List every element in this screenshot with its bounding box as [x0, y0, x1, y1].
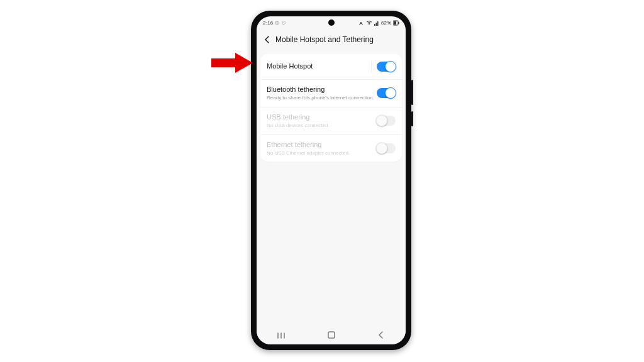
- signal-icon: [374, 20, 379, 26]
- row-mobile-hotspot[interactable]: Mobile Hotspot: [260, 54, 402, 79]
- row-bluetooth-tethering[interactable]: Bluetooth tethering Ready to share this …: [260, 79, 402, 107]
- svg-marker-0: [211, 53, 253, 73]
- camera-notch-icon: [328, 19, 335, 26]
- phone-frame: 2:16 ⦻ ⏲ 62% Mobile Hotspot and Tetherin…: [251, 11, 411, 350]
- toggle-bluetooth-tethering[interactable]: [377, 88, 396, 98]
- back-icon: [377, 331, 386, 339]
- back-button[interactable]: [260, 33, 274, 47]
- recents-icon: [277, 332, 287, 339]
- home-icon: [327, 331, 336, 339]
- nav-recents-button[interactable]: [277, 331, 287, 342]
- status-left-icons: ⦻ ⏲: [275, 20, 287, 26]
- row-label: Bluetooth tethering: [267, 85, 377, 94]
- battery-icon: [393, 20, 399, 26]
- hotspot-icon: [358, 20, 364, 26]
- nav-back-button[interactable]: [377, 331, 386, 342]
- svg-rect-4: [398, 22, 399, 24]
- row-subtext: No USB Ethernet adapter connected.: [267, 150, 377, 156]
- battery-percent: 62%: [381, 20, 391, 26]
- system-nav-bar: [257, 328, 406, 344]
- svg-point-1: [360, 22, 361, 23]
- row-usb-tethering: USB tethering No USB devices connected.: [260, 107, 402, 134]
- nav-home-button[interactable]: [327, 331, 336, 342]
- row-label: Mobile Hotspot: [267, 62, 371, 70]
- row-label: Ethernet tethering: [267, 141, 377, 149]
- page-title: Mobile Hotspot and Tethering: [275, 35, 374, 44]
- toggle-mobile-hotspot[interactable]: [377, 62, 396, 72]
- row-ethernet-tethering: Ethernet tethering No USB Ethernet adapt…: [260, 134, 402, 162]
- toggle-usb-tethering: [377, 116, 396, 126]
- row-label: USB tethering: [267, 113, 377, 121]
- svg-rect-5: [394, 21, 396, 25]
- phone-screen: 2:16 ⦻ ⏲ 62% Mobile Hotspot and Tetherin…: [257, 16, 406, 344]
- status-time: 2:16: [263, 20, 273, 26]
- annotation-arrow-icon: [208, 49, 264, 80]
- row-subtext: No USB devices connected.: [267, 123, 377, 129]
- svg-rect-6: [328, 332, 335, 338]
- row-subtext: Ready to share this phone's internet con…: [267, 95, 377, 101]
- svg-point-2: [369, 23, 369, 24]
- settings-card: Mobile Hotspot Bluetooth tethering Ready…: [260, 54, 402, 162]
- wifi-icon: [366, 20, 372, 25]
- toggle-ethernet-tethering: [377, 143, 396, 153]
- row-divider: [371, 61, 372, 72]
- app-header: Mobile Hotspot and Tethering: [257, 29, 406, 50]
- chevron-left-icon: [263, 35, 272, 44]
